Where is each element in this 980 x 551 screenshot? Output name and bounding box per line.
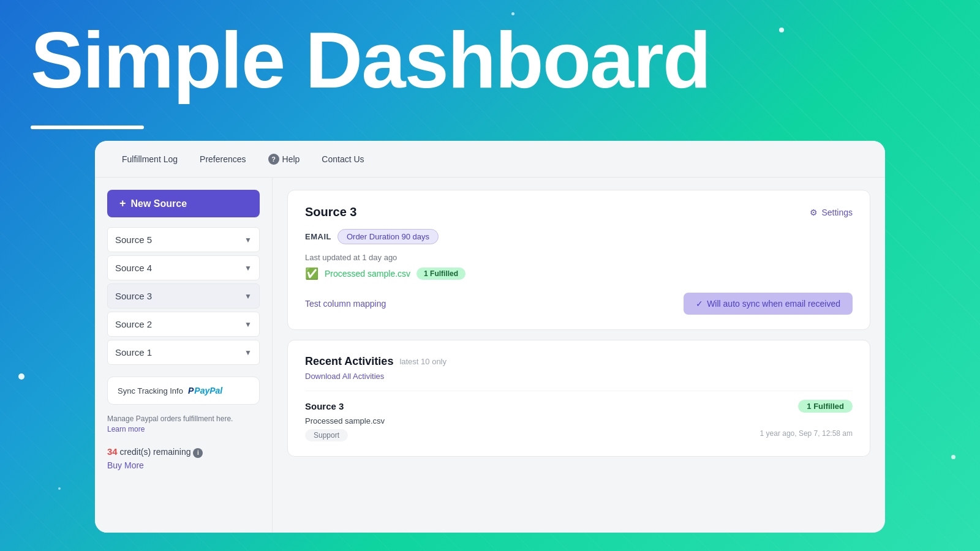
navbar: Fulfillment Log Preferences ? Help Conta… [95,141,885,178]
source-item-5[interactable]: Source 5 ▼ [107,227,260,252]
settings-label: Settings [821,208,853,217]
chevron-down-icon-3: ▼ [244,292,252,301]
order-duration-badge[interactable]: Order Duration 90 days [337,229,439,244]
email-label: EMAIL [305,232,331,241]
main-panel: Source 3 ⚙ Settings EMAIL Order Duration… [273,178,885,533]
new-source-button[interactable]: + New Source [107,190,260,217]
recent-activities-card: Recent Activities latest 10 only Downloa… [287,340,870,457]
auto-sync-label: Will auto sync when email received [707,299,840,309]
last-updated-text: Last updated at 1 day ago [305,253,853,262]
source-list: Source 5 ▼ Source 4 ▼ Source 3 ▼ Source … [107,227,260,367]
activities-title: Recent Activities [305,355,393,368]
test-mapping-link[interactable]: Test column mapping [305,299,386,309]
activities-header: Recent Activities latest 10 only [305,355,853,368]
hero-title-underline [31,126,144,129]
processed-text: Processed sample.csv [325,269,410,279]
main-card: Fulfillment Log Preferences ? Help Conta… [95,141,885,533]
source-item-1[interactable]: Source 1 ▼ [107,340,260,365]
sidebar: + New Source Source 5 ▼ Source 4 ▼ Sourc… [95,178,273,533]
source-card-header: Source 3 ⚙ Settings [305,205,853,219]
star-5 [58,487,61,490]
source-card-footer: Test column mapping ✓ Will auto sync whe… [305,293,853,315]
fulfilled-badge: 1 Fulfilled [417,268,466,280]
check-circle-icon: ✅ [305,267,318,280]
nav-preferences[interactable]: Preferences [191,149,254,169]
question-icon: ? [268,154,279,165]
activity-source-name: Source 3 [305,401,344,411]
new-source-label: New Source [131,198,187,209]
activity-fulfilled-badge: 1 Fulfilled [798,400,853,413]
chevron-down-icon-2: ▼ [244,320,252,329]
settings-link[interactable]: ⚙ Settings [810,208,853,217]
info-icon[interactable]: i [193,448,203,458]
paypal-logo: P PayPal [188,386,222,395]
paypal-logo-text: PayPal [194,386,222,395]
source-1-label: Source 1 [115,347,152,358]
star-4 [18,373,24,380]
download-all-link[interactable]: Download All Activities [305,372,853,381]
processed-row: ✅ Processed sample.csv 1 Fulfilled [305,267,853,280]
chevron-down-icon-4: ▼ [244,264,252,272]
content-area: + New Source Source 5 ▼ Source 4 ▼ Sourc… [95,178,885,533]
credits-label: credit(s) remaining [120,447,191,457]
paypal-card[interactable]: Sync Tracking Info P PayPal [107,377,260,405]
nav-help[interactable]: ? Help [260,149,309,170]
paypal-logo-p: P [188,386,194,395]
learn-more-link[interactable]: Learn more [107,425,145,433]
manage-paypal-text: Manage Paypal orders fulfillment here. [107,414,260,423]
credits-count: 34 [107,446,118,457]
source-item-3[interactable]: Source 3 ▼ [107,283,260,309]
activity-processed-text: Processed sample.csv [305,416,853,425]
checkmark-icon: ✓ [696,299,703,309]
source-5-label: Source 5 [115,234,152,245]
nav-fulfillment-log[interactable]: Fulfillment Log [113,149,186,169]
source-detail-card: Source 3 ⚙ Settings EMAIL Order Duration… [287,190,870,330]
chevron-down-icon-5: ▼ [244,236,252,244]
auto-sync-button[interactable]: ✓ Will auto sync when email received [684,293,853,315]
star-6 [951,455,956,459]
gear-icon: ⚙ [810,208,818,217]
support-badge: Support [305,429,348,441]
activity-footer: Support 1 year ago, Sep 7, 12:58 am [305,429,853,441]
activity-row-header: Source 3 1 Fulfilled [305,400,853,413]
chevron-down-icon-1: ▼ [244,348,252,357]
activities-subtitle: latest 10 only [399,357,447,366]
source-card-title: Source 3 [305,205,356,219]
hero-title: Simple Dashboard [31,18,710,102]
star-1 [779,28,784,32]
source-item-4[interactable]: Source 4 ▼ [107,255,260,280]
paypal-manage-section: Manage Paypal orders fulfillment here. L… [107,414,260,434]
activity-time: 1 year ago, Sep 7, 12:58 am [760,429,853,438]
source-item-2[interactable]: Source 2 ▼ [107,312,260,337]
plus-icon: + [119,197,126,210]
source-4-label: Source 4 [115,263,152,273]
source-3-label: Source 3 [115,291,152,301]
nav-contact-us[interactable]: Contact Us [313,149,372,169]
activity-row: Source 3 1 Fulfilled Processed sample.cs… [305,391,853,441]
credits-text: 34 credit(s) remaining i [107,446,260,458]
credits-section: 34 credit(s) remaining i Buy More [107,446,260,470]
email-row: EMAIL Order Duration 90 days [305,229,853,244]
paypal-sync-text: Sync Tracking Info [118,386,183,395]
buy-more-link[interactable]: Buy More [107,460,260,470]
source-2-label: Source 2 [115,319,152,329]
